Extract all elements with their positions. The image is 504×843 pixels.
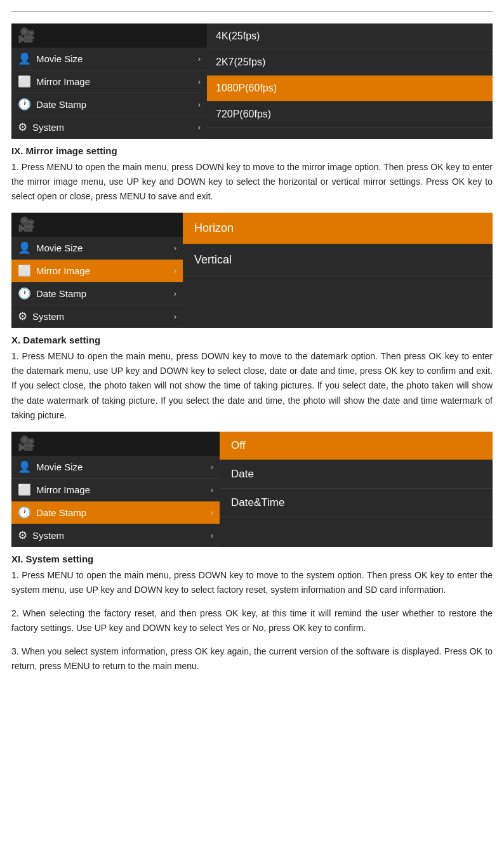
camera-icon-2: 🎥 [18,216,35,233]
submenu-4k[interactable]: 4K(25fps) [207,23,493,50]
arrow-9: › [211,462,213,472]
submenu-panel-1: 4K(25fps) 2K7(25fps) 1080P(60fps) 720P(6… [207,23,493,139]
section-datestamp: 🎥 👤 Movie Size › ⬜ Mirror Image › 🕐 [11,432,493,674]
datestamp-label-2: Date Stamp [36,288,86,299]
system-label-3: System [32,530,64,541]
section-x-heading: X. Datemark setting [11,335,493,345]
mirror-label-2: Mirror Image [36,265,90,276]
menu-header-2: 🎥 [11,213,183,237]
menu-item-datestamp-2[interactable]: 🕐 Date Stamp › [11,282,183,305]
menu-item-system-2[interactable]: ⚙ System › [11,305,183,328]
movie-size-icon-2: 👤 [18,241,31,255]
menu-item-system-1[interactable]: ⚙ System › [11,116,207,139]
section-xi-body-2: 2. When selecting the factory reset, and… [11,606,493,635]
submenu-720p[interactable]: 720P(60fps) [207,102,493,128]
camera-ui-2: 🎥 👤 Movie Size › ⬜ Mirror Image › 🕐 [11,213,493,328]
section-ix: 🎥 👤 Movie Size › ⬜ Mirror Image › 🕐 [11,23,493,204]
mirror-icon-3: ⬜ [18,483,31,496]
arrow-6: › [174,266,176,275]
submenu-date[interactable]: Date [220,460,493,489]
menu-panel-3: 🎥 👤 Movie Size › ⬜ Mirror Image › 🕐 [11,432,220,547]
menu-header-3: 🎥 [11,432,220,456]
submenu-panel-2: Horizon Vertical [183,213,493,328]
top-divider [11,11,493,12]
movie-size-label-2: Movie Size [36,242,83,253]
system-icon-3: ⚙ [18,529,27,542]
menu-item-mirror-3[interactable]: ⬜ Mirror Image › [11,479,220,501]
menu-panel-2: 🎥 👤 Movie Size › ⬜ Mirror Image › 🕐 [11,213,183,328]
system-icon-2: ⚙ [18,310,27,323]
section-ix-heading: IX. Mirror image setting [11,145,493,156]
mirror-label-3: Mirror Image [36,484,90,495]
section-xi-body-1: 1. Press MENU to open the main menu, pre… [11,568,493,597]
section-xi-body-3: 3. When you select system information, p… [11,644,493,674]
arrow-12: › [211,531,213,540]
system-label-1: System [32,122,64,133]
menu-item-system-3[interactable]: ⚙ System › [11,524,220,547]
section-mirror: 🎥 👤 Movie Size › ⬜ Mirror Image › 🕐 [11,213,493,422]
camera-icon-3: 🎥 [18,435,35,452]
camera-ui-1: 🎥 👤 Movie Size › ⬜ Mirror Image › 🕐 [11,23,493,139]
movie-size-label-1: Movie Size [36,53,83,64]
menu-item-movie-size-2[interactable]: 👤 Movie Size › [11,237,183,260]
mirror-icon-2: ⬜ [18,264,31,277]
camera-ui-3: 🎥 👤 Movie Size › ⬜ Mirror Image › 🕐 [11,432,493,547]
mirror-label-1: Mirror Image [36,76,90,87]
arrow-8: › [174,312,176,321]
section-xi-heading: XI. System setting [11,554,493,564]
section-x-body: 1. Press MENU to open the main menu, pre… [11,349,493,422]
movie-size-icon-3: 👤 [18,460,31,474]
submenu-off[interactable]: Off [220,432,493,460]
mirror-icon-1: ⬜ [18,75,31,88]
menu-item-movie-size-3[interactable]: 👤 Movie Size › [11,456,220,479]
arrow-4: › [198,123,201,132]
menu-item-datestamp-3[interactable]: 🕐 Date Stamp › [11,501,220,524]
submenu-vertical[interactable]: Vertical [183,244,493,276]
submenu-horizon[interactable]: Horizon [183,213,493,244]
datestamp-icon-2: 🕐 [18,287,31,300]
datestamp-label-1: Date Stamp [36,99,86,110]
arrow-11: › [211,508,213,517]
movie-size-label-3: Movie Size [36,461,83,472]
menu-item-datestamp-1[interactable]: 🕐 Date Stamp › [11,93,207,116]
submenu-panel-3: Off Date Date&Time [220,432,493,547]
menu-header-1: 🎥 [11,23,207,48]
menu-item-mirror-2[interactable]: ⬜ Mirror Image › [11,260,183,282]
arrow-5: › [174,243,176,253]
submenu-2k7[interactable]: 2K7(25fps) [207,50,493,76]
arrow-10: › [211,485,213,495]
menu-item-mirror-1[interactable]: ⬜ Mirror Image › [11,70,207,93]
arrow-1: › [198,54,201,63]
submenu-datetime[interactable]: Date&Time [220,489,493,517]
system-label-2: System [32,311,64,322]
section-ix-body: 1. Press MENU to open the main menu, pre… [11,160,493,204]
submenu-1080p[interactable]: 1080P(60fps) [207,76,493,102]
camera-icon-1: 🎥 [18,27,35,44]
arrow-2: › [198,77,201,86]
arrow-3: › [198,100,201,109]
datestamp-icon-1: 🕐 [18,98,31,111]
datestamp-icon-3: 🕐 [18,506,31,519]
movie-size-icon-1: 👤 [18,52,31,65]
datestamp-label-3: Date Stamp [36,507,86,518]
menu-item-movie-size-1[interactable]: 👤 Movie Size › [11,48,207,70]
arrow-7: › [174,289,176,298]
system-icon-1: ⚙ [18,121,27,134]
menu-panel-1: 🎥 👤 Movie Size › ⬜ Mirror Image › 🕐 [11,23,207,139]
